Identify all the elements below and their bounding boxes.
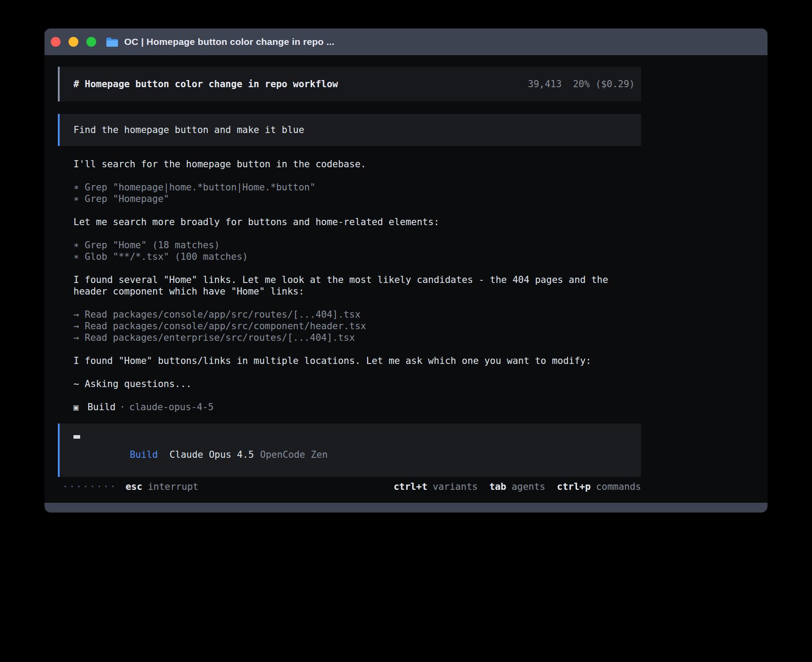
terminal-body: # Homepage button color change in repo w… [45, 55, 767, 503]
tool-call-line: ∗ Grep "Home" (18 matches) [73, 239, 641, 251]
user-message-text: Find the homepage button and make it blu… [73, 125, 304, 135]
tool-call-line: → Read packages/console/app/src/componen… [73, 320, 641, 332]
esc-key: esc [126, 481, 142, 492]
agent-model-separator: · [120, 401, 126, 413]
input-agent-label: Build [130, 449, 158, 460]
agent-model: claude-opus-4-5 [129, 401, 214, 413]
ctrl-t-key: ctrl+t [394, 481, 427, 492]
tool-call-block: ∗ Grep "Home" (18 matches)∗ Glob "**/*.t… [73, 239, 641, 262]
variants-label: variants [433, 481, 478, 492]
shortcut-variants: ctrl+tvariants [394, 481, 478, 492]
assistant-text-line: ~ Asking questions... [73, 378, 641, 390]
assistant-text-line: I'll search for the homepage button in t… [73, 158, 641, 170]
tool-call-block: → Read packages/console/app/src/routes/[… [73, 309, 641, 343]
prompt-input[interactable]: BuildClaude Opus 4.5OpenCode Zen [58, 424, 641, 477]
zoom-button[interactable] [86, 37, 96, 47]
tool-call-line: → Read packages/enterprise/src/routes/[.… [73, 332, 641, 343]
tool-call-line: ∗ Grep "homepage|home.*button|Home.*butt… [73, 182, 641, 193]
esc-label: interrupt [148, 481, 199, 492]
text-cursor [73, 435, 80, 439]
tool-call-block: ∗ Grep "homepage|home.*button|Home.*butt… [73, 182, 641, 205]
model-row: BuildClaude Opus 4.5OpenCode Zen [73, 439, 627, 471]
assistant-text-block: I found several "Home" links. Let me loo… [73, 274, 641, 297]
tab-key: tab [489, 481, 506, 492]
window-title: OC | Homepage button color change in rep… [124, 36, 334, 47]
input-provider-label: OpenCode Zen [260, 449, 328, 460]
transcript: I'll search for the homepage button in t… [58, 158, 641, 390]
ctrl-p-key: ctrl+p [557, 481, 591, 492]
session-header: # Homepage button color change in repo w… [58, 67, 641, 101]
agents-label: agents [512, 481, 545, 492]
shortcut-commands: ctrl+pcommands [557, 481, 641, 492]
close-button[interactable] [51, 37, 61, 47]
assistant-text-line: Let me search more broadly for buttons a… [73, 216, 641, 228]
session-title: # Homepage button color change in repo w… [73, 79, 338, 89]
session-token-stats: 39,413 20% ($0.29) [528, 79, 635, 89]
shortcut-agents: tabagents [489, 481, 545, 492]
user-message: Find the homepage button and make it blu… [58, 114, 641, 146]
input-model-label: Claude Opus 4.5 [170, 449, 254, 460]
assistant-text-line: I found several "Home" links. Let me loo… [73, 274, 641, 297]
tool-call-line: ∗ Grep "Homepage" [73, 193, 641, 205]
assistant-text-line: I found "Home" buttons/links in multiple… [73, 355, 641, 367]
minimize-button[interactable] [69, 37, 78, 47]
terminal-window: OC | Homepage button color change in rep… [45, 28, 767, 513]
assistant-text-block: Let me search more broadly for buttons a… [73, 216, 641, 228]
commands-label: commands [596, 481, 641, 492]
tool-call-line: ∗ Glob "**/*.tsx" (100 matches) [73, 251, 641, 262]
status-bar: ········ escinterrupt ctrl+tvariants tab… [58, 481, 641, 503]
agent-icon: ▣ [73, 401, 78, 413]
shortcut-esc: escinterrupt [126, 481, 199, 492]
folder-icon [106, 37, 118, 47]
assistant-text-block: I'll search for the homepage button in t… [73, 158, 641, 170]
window-titlebar: OC | Homepage button color change in rep… [45, 28, 767, 55]
assistant-text-block: ~ Asking questions... [73, 378, 641, 390]
spinner-dots: ········ [62, 481, 117, 492]
assistant-text-block: I found "Home" buttons/links in multiple… [73, 355, 641, 367]
traffic-lights [51, 37, 96, 47]
agent-status-row: ▣Build·claude-opus-4-5 [58, 401, 641, 413]
agent-name: Build [87, 401, 115, 413]
tool-call-line: → Read packages/console/app/src/routes/[… [73, 309, 641, 320]
